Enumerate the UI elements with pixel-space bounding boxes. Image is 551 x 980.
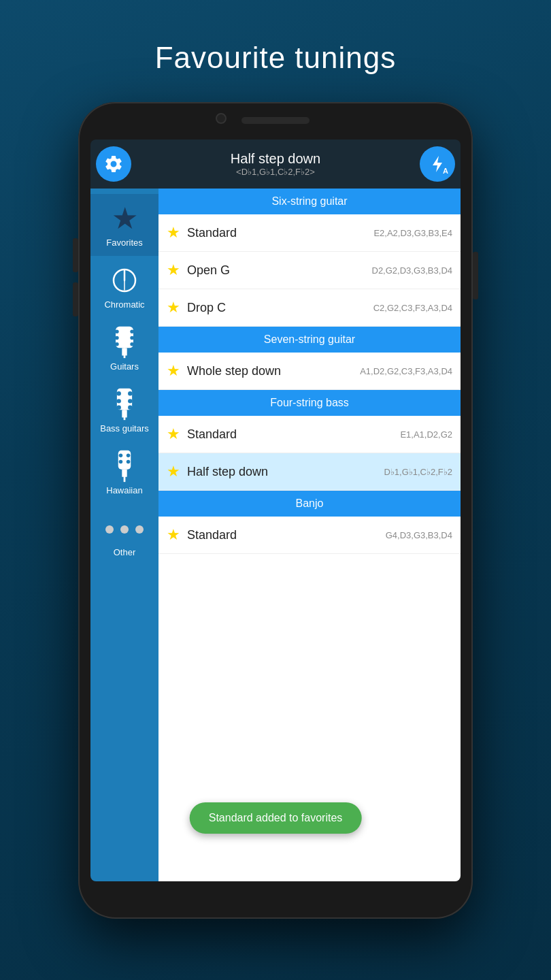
svg-point-19 <box>116 405 120 409</box>
tuning-notes-whole-step-down: A1,D2,G2,C3,F3,A3,D4 <box>360 366 452 376</box>
sidebar: ★ Favorites Chromatic <box>90 189 158 881</box>
tuning-notes-half-step-down-bass: D♭1,G♭1,C♭2,F♭2 <box>384 467 452 477</box>
dot-1 <box>105 525 114 534</box>
sidebar-label-other: Other <box>114 547 136 557</box>
tuning-name-drop-c: Drop C <box>187 301 373 315</box>
tuning-name: Half step down <box>131 151 420 167</box>
page-title: Favourite tunings <box>155 41 397 75</box>
phone-camera <box>216 113 227 124</box>
svg-marker-0 <box>433 156 442 172</box>
svg-point-7 <box>130 329 134 333</box>
phone-screen: Half step down <D♭1,G♭1,C♭2,F♭2> A <box>90 140 461 881</box>
svg-point-8 <box>115 336 119 340</box>
star-drop-c[interactable]: ★ <box>167 299 180 316</box>
guitars-icon <box>108 326 141 359</box>
svg-point-9 <box>130 336 134 340</box>
top-bar-center: Half step down <D♭1,G♭1,C♭2,F♭2> <box>131 151 420 177</box>
tuning-list[interactable]: Six-string guitar ★ Standard E2,A2,D3,G3… <box>158 189 461 881</box>
svg-point-15 <box>116 391 120 395</box>
tuning-notes-standard-banjo: G4,D3,G3,B3,D4 <box>386 530 452 540</box>
sidebar-item-chromatic[interactable]: Chromatic <box>90 256 158 318</box>
svg-point-20 <box>128 405 132 409</box>
tuning-item-standard-banjo[interactable]: ★ Standard G4,D3,G3,B3,D4 <box>158 517 461 554</box>
tuning-item-half-step-down-bass[interactable]: ★ Half step down D♭1,G♭1,C♭2,F♭2 <box>158 453 461 491</box>
hawaiian-icon <box>108 450 141 483</box>
top-bar: Half step down <D♭1,G♭1,C♭2,F♭2> A <box>90 140 461 189</box>
svg-rect-22 <box>118 451 131 470</box>
other-icon <box>108 512 141 544</box>
sidebar-label-hawaiian: Hawaiian <box>106 485 142 495</box>
tuning-item-standard-6[interactable]: ★ Standard E2,A2,D3,G3,B3,E4 <box>158 214 461 252</box>
chromatic-icon <box>108 264 141 297</box>
chromatic-svg <box>110 265 139 295</box>
guitar-headstock-svg <box>110 325 139 359</box>
sidebar-item-guitars[interactable]: Guitars <box>90 318 158 380</box>
tuning-name-standard-banjo: Standard <box>187 528 386 542</box>
sidebar-label-favorites: Favorites <box>106 238 142 248</box>
dot-2 <box>120 525 129 534</box>
tuning-item-standard-bass[interactable]: ★ Standard E1,A1,D2,G2 <box>158 416 461 453</box>
sidebar-label-guitars: Guitars <box>110 361 139 372</box>
tuning-item-open-g[interactable]: ★ Open G D2,G2,D3,G3,B3,D4 <box>158 252 461 289</box>
svg-point-17 <box>116 399 120 403</box>
svg-point-11 <box>130 342 134 346</box>
settings-icon <box>103 154 124 174</box>
star-standard-bass[interactable]: ★ <box>167 425 180 443</box>
other-dots <box>105 525 144 534</box>
tuning-notes-open-g: D2,G2,D3,G3,B3,D4 <box>372 265 453 276</box>
phone-vol-down <box>73 282 78 316</box>
section-header-six-string: Six-string guitar <box>158 189 461 214</box>
tuning-name-standard-6: Standard <box>187 226 373 240</box>
favorites-icon: ★ <box>108 202 141 235</box>
svg-point-27 <box>127 460 131 464</box>
svg-point-24 <box>119 453 123 457</box>
toast-notification: Standard added to favorites <box>190 802 362 834</box>
auto-button[interactable]: A <box>420 146 455 182</box>
tuning-name-open-g: Open G <box>187 263 372 278</box>
svg-point-16 <box>128 391 132 395</box>
tuning-name-whole-step-down: Whole step down <box>187 364 360 378</box>
tuning-notes: <D♭1,G♭1,C♭2,F♭2> <box>131 167 420 177</box>
hawaiian-svg <box>110 449 139 483</box>
tuning-name-half-step-down-bass: Half step down <box>187 465 384 479</box>
sidebar-item-favorites[interactable]: ★ Favorites <box>90 194 158 256</box>
tuning-notes-drop-c: C2,G2,C3,F3,A3,D4 <box>373 303 452 313</box>
sidebar-label-chromatic: Chromatic <box>104 299 144 310</box>
star-standard-6[interactable]: ★ <box>167 224 180 242</box>
bass-guitars-icon <box>108 388 141 421</box>
main-content: ★ Favorites Chromatic <box>90 189 461 881</box>
dot-3 <box>135 525 144 534</box>
tuning-notes-standard-6: E2,A2,D3,G3,B3,E4 <box>373 228 452 238</box>
svg-point-18 <box>128 399 132 403</box>
svg-point-10 <box>115 342 119 346</box>
phone-speaker <box>241 117 310 124</box>
settings-button[interactable] <box>96 146 131 182</box>
section-header-seven-string: Seven-string guitar <box>158 327 461 353</box>
phone-power <box>473 252 478 299</box>
tuning-notes-standard-bass: E1,A1,D2,G2 <box>400 429 452 440</box>
tuning-item-whole-step-down[interactable]: ★ Whole step down A1,D2,G2,C3,F3,A3,D4 <box>158 353 461 390</box>
svg-point-6 <box>115 329 119 333</box>
svg-point-26 <box>119 460 123 464</box>
tuning-name-standard-bass: Standard <box>187 427 400 442</box>
section-header-four-string: Four-string bass <box>158 390 461 416</box>
sidebar-item-bass-guitars[interactable]: Bass guitars <box>90 380 158 442</box>
auto-label: A <box>443 167 448 175</box>
sidebar-item-hawaiian[interactable]: Hawaiian <box>90 442 158 504</box>
star-whole-step-down[interactable]: ★ <box>167 362 180 380</box>
star-half-step-down-bass[interactable]: ★ <box>167 463 180 480</box>
phone-vol-up <box>73 238 78 272</box>
star-standard-banjo[interactable]: ★ <box>167 526 180 544</box>
sidebar-item-other[interactable]: Other <box>90 504 158 566</box>
section-header-banjo: Banjo <box>158 491 461 517</box>
sidebar-label-bass-guitars: Bass guitars <box>100 423 149 434</box>
phone-wrapper: Half step down <D♭1,G♭1,C♭2,F♭2> A <box>78 102 473 919</box>
star-open-g[interactable]: ★ <box>167 261 180 279</box>
tuning-item-drop-c[interactable]: ★ Drop C C2,G2,C3,F3,A3,D4 <box>158 289 461 327</box>
bass-headstock-svg <box>110 387 139 421</box>
phone-frame: Half step down <D♭1,G♭1,C♭2,F♭2> A <box>78 102 473 919</box>
svg-point-25 <box>127 453 131 457</box>
